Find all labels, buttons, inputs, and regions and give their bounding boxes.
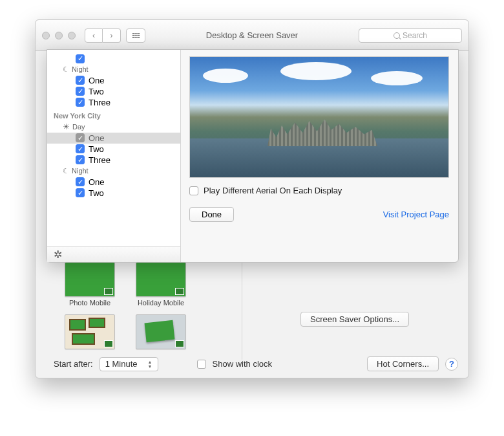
moon-icon: ☾ xyxy=(63,167,69,175)
aerial-preview xyxy=(189,56,449,178)
list-item[interactable]: One xyxy=(47,133,180,144)
thumb-preview-icon xyxy=(136,314,186,349)
start-after-label: Start after: xyxy=(54,359,93,369)
screensaver-thumbnails: Shifting Tiles Sliding Panels Photo Mobi… xyxy=(59,249,218,349)
list-item[interactable] xyxy=(47,52,180,64)
list-item-label: One xyxy=(89,76,105,85)
list-item[interactable]: Two xyxy=(47,188,180,199)
titlebar: ‹ › Desktop & Screen Saver Search xyxy=(36,20,468,51)
list-item-label: Three xyxy=(89,98,110,107)
checkbox-icon[interactable] xyxy=(76,54,85,63)
thumb-preview-icon xyxy=(136,262,186,297)
list-item[interactable]: Three xyxy=(47,97,180,108)
screen-saver-options-button[interactable]: Screen Saver Options... xyxy=(300,312,409,327)
minimize-icon[interactable] xyxy=(55,32,63,39)
sheet-right: Play Different Aerial On Each Display Do… xyxy=(189,56,449,256)
thumb-label: Photo Mobile xyxy=(69,299,110,307)
list-item[interactable]: Two xyxy=(47,144,180,155)
window-body: Shifting Tiles Sliding Panels Photo Mobi… xyxy=(36,51,468,378)
list-item-label: Two xyxy=(89,188,104,198)
list-subheader: ☾Night xyxy=(47,64,180,75)
close-icon[interactable] xyxy=(42,32,50,39)
list-subheader: ☀Day xyxy=(47,121,180,133)
list-subheader: ☾Night xyxy=(47,166,180,177)
list-item-label: One xyxy=(89,133,105,143)
start-after-value: 1 Minute xyxy=(105,359,138,369)
list-item-label: One xyxy=(89,177,105,187)
start-after-select[interactable]: 1 Minute ▲▼ xyxy=(100,357,158,371)
list-item[interactable]: Three xyxy=(47,155,180,166)
checkbox-icon[interactable] xyxy=(76,144,85,153)
bottom-bar: Start after: 1 Minute ▲▼ Show with clock… xyxy=(54,356,458,371)
gear-icon: ✲ xyxy=(54,248,62,261)
aerial-list[interactable]: ☾NightOneTwoThreeNew York City☀DayOneTwo… xyxy=(47,50,181,246)
thumb-preview-icon xyxy=(65,262,115,297)
list-item-label: Three xyxy=(89,155,110,165)
window-title: Desktop & Screen Saver xyxy=(206,30,298,40)
show-all-button[interactable] xyxy=(126,28,145,43)
help-button[interactable]: ? xyxy=(445,358,458,371)
list-item[interactable]: One xyxy=(47,177,180,188)
checkbox-icon[interactable] xyxy=(76,87,85,96)
hot-corners-button[interactable]: Hot Corners... xyxy=(367,356,439,371)
zoom-icon[interactable] xyxy=(68,32,76,39)
list-gear-button[interactable]: ✲ xyxy=(47,246,181,262)
thumb-frames[interactable] xyxy=(59,312,121,349)
checkbox-icon[interactable] xyxy=(76,98,85,107)
done-button[interactable]: Done xyxy=(189,207,234,222)
traffic-lights xyxy=(42,32,76,39)
list-section-header: New York City xyxy=(47,108,180,121)
back-button[interactable]: ‹ xyxy=(85,28,103,43)
list-item-label: Two xyxy=(89,87,104,96)
thumb-holiday-mobile[interactable]: Holiday Mobile xyxy=(130,259,192,307)
show-with-clock-label: Show with clock xyxy=(213,359,272,369)
checkbox-icon[interactable] xyxy=(76,76,85,85)
checkbox-icon[interactable] xyxy=(76,177,85,186)
search-input[interactable]: Search xyxy=(359,28,462,43)
grid-icon xyxy=(132,33,140,38)
nav-buttons: ‹ › xyxy=(85,28,121,43)
list-item[interactable]: One xyxy=(47,75,180,86)
sun-icon: ☀ xyxy=(63,122,70,131)
play-different-checkbox[interactable] xyxy=(189,186,198,195)
thumb-preview-icon xyxy=(65,314,115,349)
stepper-icon: ▲▼ xyxy=(148,360,152,369)
aerial-sheet: ☾NightOneTwoThreeNew York City☀DayOneTwo… xyxy=(47,49,459,263)
preferences-window: ‹ › Desktop & Screen Saver Search Shifti… xyxy=(35,19,469,378)
show-with-clock-checkbox[interactable] xyxy=(197,360,206,369)
moon-icon: ☾ xyxy=(63,65,69,74)
search-placeholder: Search xyxy=(403,31,427,40)
search-icon xyxy=(394,32,400,39)
forward-button[interactable]: › xyxy=(103,28,121,43)
list-item[interactable]: Two xyxy=(47,86,180,97)
thumb-photo-mobile[interactable]: Photo Mobile xyxy=(59,259,121,307)
play-different-label: Play Different Aerial On Each Display xyxy=(204,186,342,195)
visit-project-link[interactable]: Visit Project Page xyxy=(383,210,449,219)
thumb-label: Holiday Mobile xyxy=(138,299,184,307)
checkbox-icon[interactable] xyxy=(76,188,85,197)
checkbox-icon[interactable] xyxy=(76,133,85,142)
list-item-label: Two xyxy=(89,144,104,154)
thumb-tilted[interactable] xyxy=(130,312,192,349)
checkbox-icon[interactable] xyxy=(76,155,85,164)
